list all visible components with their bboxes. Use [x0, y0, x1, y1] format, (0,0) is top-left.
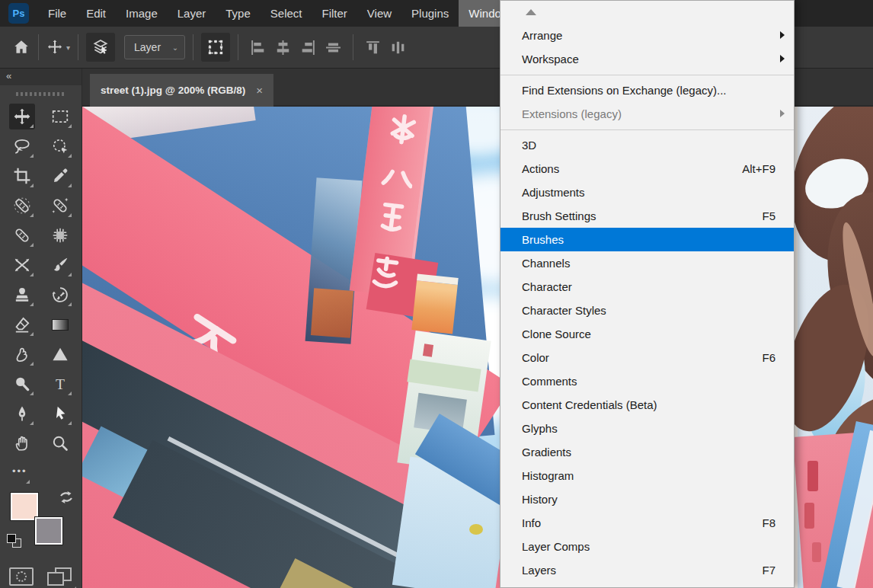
default-colors-icon[interactable]	[7, 534, 22, 548]
chevron-down-icon[interactable]: ▾	[66, 43, 70, 52]
menu-item-3d[interactable]: 3D	[500, 133, 794, 157]
menu-item-workspace[interactable]: Workspace	[500, 47, 794, 71]
document-tab[interactable]: street (1).jpg @ 200% (RGB/8) ×	[90, 74, 273, 107]
zoom-icon	[51, 434, 69, 452]
distribute-horizontal-centers-icon[interactable]	[391, 40, 405, 55]
spot-healing-brush-tool[interactable]	[9, 193, 35, 219]
edit-toolbar-button[interactable]: •••	[0, 456, 82, 477]
menu-item-label: Arrange	[522, 29, 775, 42]
sliver-red-mark	[807, 461, 818, 491]
gradient-tool[interactable]	[47, 312, 73, 337]
auto-select-layers-button[interactable]	[86, 33, 115, 62]
auto-select-target-value: Layer	[134, 41, 161, 53]
color-swatches	[0, 490, 82, 555]
menu-item-info[interactable]: InfoF8	[500, 511, 794, 535]
content-aware-fill-tool[interactable]	[47, 222, 73, 248]
dodge-tool[interactable]	[9, 371, 35, 397]
panel-grip-handle[interactable]	[16, 92, 66, 96]
object-selection-tool[interactable]	[47, 133, 73, 159]
submenu-arrow-icon	[780, 55, 785, 62]
align-vertical-centers-icon[interactable]	[326, 40, 341, 55]
menubar-item-filter[interactable]: Filter	[312, 0, 357, 27]
auto-select-target-dropdown[interactable]: Layer ⌄	[124, 35, 185, 59]
menu-item-clone-source[interactable]: Clone Source	[500, 322, 794, 346]
hand-tool[interactable]	[9, 430, 35, 456]
menu-item-content-credentials-beta[interactable]: Content Credentials (Beta)	[500, 393, 794, 417]
menu-item-gradients[interactable]: Gradients	[500, 440, 794, 464]
smudge-tool[interactable]	[9, 341, 35, 367]
menu-item-character[interactable]: Character	[500, 275, 794, 299]
eraser-tool[interactable]	[9, 312, 35, 337]
menu-item-histogram[interactable]: Histogram	[500, 464, 794, 487]
swap-colors-icon[interactable]	[58, 490, 75, 505]
menubar-item-plugins[interactable]: Plugins	[401, 0, 459, 27]
menu-item-label: Clone Source	[522, 328, 775, 340]
brush-tool[interactable]	[47, 252, 73, 278]
menubar-item-select[interactable]: Select	[261, 0, 312, 27]
align-horizontal-centers-icon[interactable]	[276, 40, 290, 55]
move-tool-icon[interactable]	[46, 39, 63, 56]
history-brush-tool[interactable]	[47, 282, 73, 308]
eraser-icon	[13, 315, 31, 334]
menu-item-color[interactable]: ColorF6	[500, 346, 794, 369]
menubar-item-type[interactable]: Type	[216, 0, 261, 27]
menu-item-adjustments[interactable]: Adjustments	[500, 181, 794, 204]
pen-tool[interactable]	[9, 401, 35, 427]
menu-item-brush-settings[interactable]: Brush SettingsF5	[500, 204, 794, 228]
align-right-edges-icon[interactable]	[301, 40, 315, 55]
menu-item-find-extensions-on-exchange-legacy[interactable]: Find Extensions on Exchange (legacy)...	[500, 78, 794, 102]
transform-controls-button[interactable]	[201, 33, 230, 62]
shape-tool[interactable]	[47, 341, 73, 367]
menu-item-label: Adjustments	[522, 186, 775, 199]
photoshop-window: street (1).jpg @ 200% (RGB/8) × Ps FileE…	[0, 0, 873, 588]
menu-item-history[interactable]: History	[500, 487, 794, 511]
menu-item-label: Find Extensions on Exchange (legacy)...	[522, 84, 775, 97]
patch-tool[interactable]	[9, 222, 35, 248]
menu-scroll-up[interactable]	[500, 1, 794, 24]
direct-selection-tool[interactable]	[47, 401, 73, 427]
healing-brush-tool[interactable]	[47, 193, 73, 219]
menu-item-layer-comps[interactable]: Layer Comps	[500, 535, 794, 558]
menu-item-glyphs[interactable]: Glyphs	[500, 417, 794, 440]
lasso-tool[interactable]	[9, 133, 35, 159]
rectangular-marquee-tool[interactable]	[47, 104, 73, 129]
menubar-item-image[interactable]: Image	[116, 0, 168, 27]
move-tool[interactable]	[9, 104, 35, 129]
zoom-tool[interactable]	[47, 430, 73, 456]
menubar-item-view[interactable]: View	[357, 0, 401, 27]
menu-item-character-styles[interactable]: Character Styles	[500, 299, 794, 322]
menubar-item-layer[interactable]: Layer	[168, 0, 216, 27]
menu-item-arrange[interactable]: Arrange	[500, 24, 794, 47]
divider	[193, 34, 193, 60]
menu-item-shortcut: F8	[762, 516, 775, 529]
background-color-swatch[interactable]	[35, 517, 62, 545]
menu-item-label: Layer Comps	[522, 540, 775, 553]
screen-mode-button[interactable]	[47, 567, 73, 587]
menubar-item-edit[interactable]: Edit	[76, 0, 116, 27]
align-left-edges-icon[interactable]	[251, 40, 265, 55]
eyedropper-tool[interactable]	[47, 163, 73, 189]
type-tool[interactable]: T	[47, 371, 73, 397]
clone-stamp-icon	[13, 286, 31, 304]
tool-panel: « T •••	[0, 69, 82, 588]
menu-item-extensions-legacy[interactable]: Extensions (legacy)	[500, 102, 794, 126]
type-icon: T	[51, 375, 69, 393]
submenu-arrow-icon	[780, 31, 785, 39]
quick-mask-button[interactable]	[9, 567, 34, 586]
content-aware-move-tool[interactable]	[9, 252, 35, 278]
close-tab-icon[interactable]: ×	[256, 84, 263, 97]
menu-item-layers[interactable]: LayersF7	[500, 558, 794, 582]
align-top-edges-icon[interactable]	[366, 40, 380, 55]
submenu-arrow-icon	[780, 110, 785, 117]
clone-stamp-tool[interactable]	[9, 282, 35, 308]
collapse-panel-button[interactable]: «	[0, 69, 82, 85]
crop-tool[interactable]	[9, 163, 35, 189]
menu-item-libraries[interactable]: Libraries	[500, 582, 794, 588]
foreground-color-swatch[interactable]	[11, 493, 38, 520]
menu-item-comments[interactable]: Comments	[500, 369, 794, 393]
menu-item-actions[interactable]: ActionsAlt+F9	[500, 157, 794, 181]
menu-item-brushes[interactable]: Brushes	[500, 228, 794, 251]
home-icon[interactable]	[12, 38, 30, 56]
menubar-item-file[interactable]: File	[38, 0, 76, 27]
menu-item-channels[interactable]: Channels	[500, 251, 794, 275]
